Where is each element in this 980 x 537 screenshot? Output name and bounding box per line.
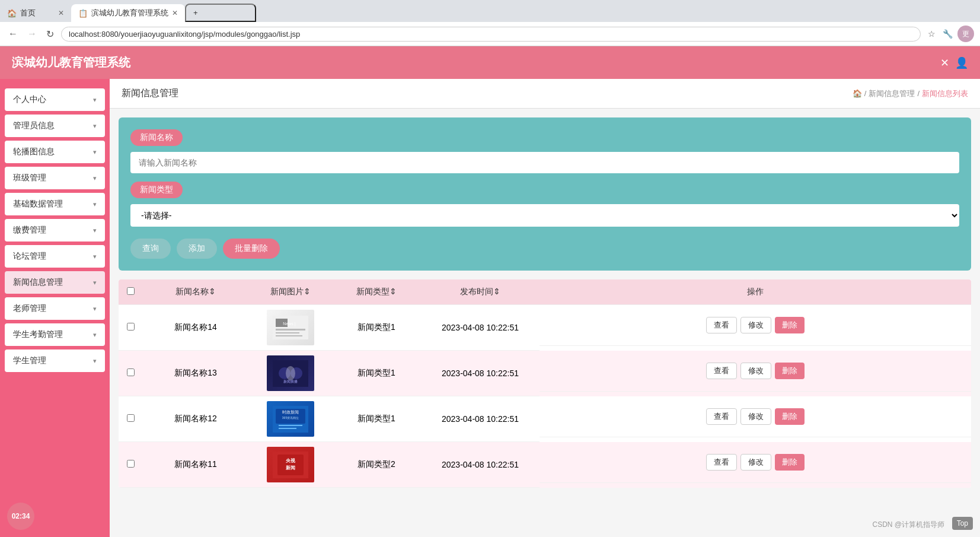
row-actions-1: 查看 修改 删除 [540, 305, 971, 346]
tab-close-active[interactable]: ✕ [172, 9, 178, 17]
row-name-3: 新闻名称12 [142, 396, 249, 442]
th-type[interactable]: 新闻类型⇕ [332, 279, 421, 305]
edit-button-3[interactable]: 修改 [740, 408, 771, 425]
browser-address-bar: ← → ↻ ☆ 🔧 更 [0, 22, 980, 46]
sidebar-item-teacher[interactable]: 老师管理 ▾ [5, 297, 105, 320]
edit-button-1[interactable]: 修改 [740, 317, 771, 333]
row-checkbox-1[interactable] [127, 323, 135, 331]
sidebar-item-carousel[interactable]: 轮播图信息 ▾ [5, 141, 105, 163]
breadcrumb-sep1: / [864, 89, 867, 98]
news-thumbnail-2: 新闻插播 [267, 355, 314, 391]
header-actions: ✕ 👤 [940, 56, 968, 69]
tab-close-home[interactable]: ✕ [58, 9, 64, 17]
sidebar-arrow-news: ▾ [93, 279, 97, 287]
news-thumbnail-4: 央视 新闻 [267, 447, 314, 482]
sidebar-item-attendance[interactable]: 学生考勤管理 ▾ [5, 323, 105, 346]
row-checkbox-cell [119, 305, 142, 351]
extensions-button[interactable]: 🔧 [940, 28, 955, 40]
news-thumbnail-1: News | [267, 310, 314, 345]
main-content: 新闻信息管理 🏠 / 新闻信息管理 / 新闻信息列表 新闻名称 新闻类型 -请选… [110, 79, 980, 537]
sidebar-item-basic-data[interactable]: 基础数据管理 ▾ [5, 193, 105, 215]
tab-label-active: 滨城幼儿教育管理系统 [91, 8, 168, 18]
app-header: 滨城幼儿教育管理系统 ✕ 👤 [0, 46, 980, 79]
tab-favicon-home: 🏠 [7, 9, 17, 18]
news-name-input[interactable] [130, 152, 959, 173]
svg-rect-16 [279, 428, 296, 429]
edit-button-4[interactable]: 修改 [740, 454, 771, 471]
address-input[interactable] [61, 27, 921, 42]
row-checkbox-cell [119, 351, 142, 396]
sidebar-item-admin[interactable]: 管理员信息 ▾ [5, 115, 105, 137]
tab-label-home: 首页 [20, 8, 36, 18]
sidebar-item-news[interactable]: 新闻信息管理 ▾ [5, 271, 105, 294]
delete-button-1[interactable]: 删除 [775, 317, 805, 333]
sidebar: 个人中心 ▾ 管理员信息 ▾ 轮播图信息 ▾ 班级管理 ▾ 基础数据管理 ▾ 缴… [0, 79, 110, 537]
sidebar-item-student[interactable]: 学生管理 ▾ [5, 349, 105, 372]
header-close-button[interactable]: ✕ [940, 56, 949, 69]
svg-rect-4 [276, 335, 302, 336]
sidebar-item-class[interactable]: 班级管理 ▾ [5, 167, 105, 189]
nav-back-button[interactable]: ← [6, 27, 20, 40]
select-all-checkbox[interactable] [127, 287, 135, 295]
breadcrumb-sep2: / [917, 89, 920, 98]
news-name-label: 新闻名称 [130, 129, 183, 146]
app-body: 个人中心 ▾ 管理员信息 ▾ 轮播图信息 ▾ 班级管理 ▾ 基础数据管理 ▾ 缴… [0, 79, 980, 537]
sidebar-item-payment[interactable]: 缴费管理 ▾ [5, 219, 105, 242]
news-type-label: 新闻类型 [130, 182, 183, 198]
row-checkbox-3[interactable] [127, 414, 135, 422]
delete-button-3[interactable]: 删除 [775, 408, 805, 425]
sidebar-label-payment: 缴费管理 [13, 225, 46, 236]
sidebar-label-carousel: 轮播图信息 [13, 147, 55, 157]
nav-forward-button[interactable]: → [25, 27, 39, 40]
breadcrumb-parent[interactable]: 新闻信息管理 [869, 88, 915, 99]
top-button[interactable]: Top [952, 517, 973, 530]
view-button-2[interactable]: 查看 [706, 363, 737, 379]
data-table-container: 新闻名称⇕ 新闻图片⇕ 新闻类型⇕ 发布时间⇕ 操作 [119, 279, 971, 488]
search-section: 新闻名称 新闻类型 -请选择- 新闻类型1 新闻类型2 查询 添加 批量删除 [119, 117, 971, 271]
row-name-4: 新闻名称11 [142, 442, 249, 488]
view-button-3[interactable]: 查看 [706, 408, 737, 425]
nav-reload-button[interactable]: ↻ [44, 27, 56, 41]
row-image-4: 央视 新闻 [249, 442, 332, 488]
browser-tab-home[interactable]: 🏠 首页 ✕ [0, 4, 71, 22]
table-row: 新闻名称14 News | [119, 305, 971, 351]
header-user-button[interactable]: 👤 [955, 56, 968, 69]
row-checkbox-4[interactable] [127, 460, 135, 468]
th-image[interactable]: 新闻图片⇕ [249, 279, 332, 305]
th-name[interactable]: 新闻名称⇕ [142, 279, 249, 305]
sidebar-arrow-teacher: ▾ [93, 305, 97, 313]
svg-rect-2 [276, 329, 305, 331]
clock-widget: 02:34 [7, 503, 34, 530]
sidebar-label-attendance: 学生考勤管理 [13, 329, 63, 340]
bookmark-button[interactable]: ☆ [925, 28, 938, 40]
svg-text:新闻插播: 新闻插播 [283, 379, 298, 383]
sidebar-label-personal: 个人中心 [13, 94, 46, 105]
query-button[interactable]: 查询 [130, 239, 171, 259]
new-tab-button[interactable]: + [185, 4, 256, 22]
th-time[interactable]: 发布时间⇕ [421, 279, 540, 305]
add-button[interactable]: 添加 [177, 239, 217, 259]
view-button-1[interactable]: 查看 [706, 317, 737, 333]
table-row: 新闻名称12 时政新闻 365资讯闻位 [119, 396, 971, 442]
row-image-1: News | [249, 305, 332, 351]
browser-tab-active[interactable]: 📋 滨城幼儿教育管理系统 ✕ [71, 4, 185, 22]
svg-rect-3 [276, 332, 299, 333]
view-button-4[interactable]: 查看 [706, 454, 737, 471]
sidebar-label-teacher: 老师管理 [13, 303, 46, 314]
browser-tabs: 🏠 首页 ✕ 📋 滨城幼儿教育管理系统 ✕ + [0, 0, 980, 22]
batch-delete-button[interactable]: 批量删除 [223, 239, 280, 259]
sidebar-label-basic-data: 基础数据管理 [13, 199, 63, 209]
user-profile-button[interactable]: 更 [957, 26, 974, 42]
news-name-field-group: 新闻名称 [130, 129, 959, 182]
sidebar-item-forum[interactable]: 论坛管理 ▾ [5, 245, 105, 268]
row-checkbox-2[interactable] [127, 368, 135, 376]
news-type-select[interactable]: -请选择- 新闻类型1 新闻类型2 [130, 204, 959, 227]
sidebar-item-personal[interactable]: 个人中心 ▾ [5, 88, 105, 111]
breadcrumb-home-icon: 🏠 [853, 89, 862, 98]
tab-favicon-active: 📋 [78, 9, 88, 18]
edit-button-2[interactable]: 修改 [740, 363, 771, 379]
delete-button-4[interactable]: 删除 [775, 454, 805, 471]
sidebar-arrow-basic-data: ▾ [93, 201, 97, 208]
delete-button-2[interactable]: 删除 [775, 363, 805, 379]
action-buttons: 查询 添加 批量删除 [130, 239, 959, 259]
